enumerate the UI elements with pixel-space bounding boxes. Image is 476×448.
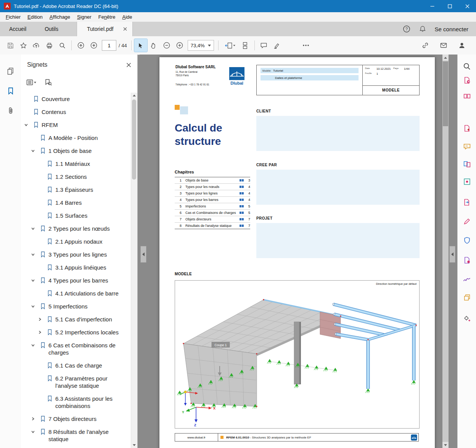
help-icon[interactable]: ? [403,25,410,33]
menu-aide[interactable]: Aide [119,12,136,22]
page-thumbnails-icon[interactable] [5,65,16,77]
notifications-bell-icon[interactable] [419,25,426,33]
expand-right-panel-handle[interactable] [449,246,455,263]
compare-files-icon[interactable] [461,158,473,170]
attachments-icon[interactable] [5,105,16,116]
combine-files-icon[interactable] [461,292,473,303]
document-scrollbar-thumb[interactable] [443,61,448,126]
minimize-icon[interactable] [423,0,441,12]
page-number-input[interactable] [102,40,116,51]
sign-in-button[interactable]: Se connecter [435,26,468,32]
menu-fichier[interactable]: Fichier [2,12,24,22]
menu-fenetre[interactable]: Fenêtre [95,12,119,22]
bookmark-item[interactable]: 1.1 Matériaux [21,157,131,170]
highlight-icon[interactable] [270,39,283,52]
chevron-down-icon[interactable] [31,342,40,349]
bookmark-item[interactable]: 1.3 Épaisseurs [21,183,131,196]
panel-close-icon[interactable] [126,63,131,67]
bookmark-item[interactable]: 1.4 Barres [21,196,131,209]
chevron-down-icon[interactable] [24,121,34,128]
bookmarks-scrollbar-thumb[interactable] [132,100,136,180]
star-favorites-icon[interactable] [17,39,30,52]
bookmark-item[interactable]: Contenus [21,106,131,119]
bookmark-item[interactable]: A Modèle - Position [21,132,131,145]
bookmark-item[interactable]: 6.1 Cas de charge [21,359,131,372]
bookmark-item[interactable]: 2 Types pour les nœuds [21,222,131,235]
create-pdf-icon[interactable] [461,122,473,134]
menu-affichage[interactable]: Affichage [46,12,74,22]
next-page-icon[interactable] [87,39,100,52]
scroll-down-icon[interactable] [131,442,137,448]
bookmark-item[interactable]: 5.2 Imperfections locales [21,326,131,339]
export-pdf-icon[interactable] [461,74,473,86]
chevron-right-icon[interactable] [38,316,47,323]
save-icon[interactable] [4,39,17,52]
bookmark-item[interactable]: 6.2 Paramètres pour l'analyse statique [21,372,131,392]
find-current-bookmark-icon[interactable] [44,79,52,86]
bookmark-item[interactable]: 3 Types pour les lignes [21,248,131,261]
document-scrollbar[interactable] [442,55,449,448]
bookmark-item[interactable]: Couverture [21,93,131,106]
compress-pdf-icon[interactable] [461,254,473,266]
chevron-down-icon[interactable] [31,251,40,258]
enhance-scans-icon[interactable] [461,176,473,187]
scroll-up-icon[interactable] [131,93,137,98]
fill-sign-icon[interactable] [461,215,473,227]
scroll-down-icon[interactable] [442,442,449,448]
tab-close-icon[interactable] [123,27,127,31]
bookmark-item[interactable]: 1.2 Sections [21,170,131,183]
chevron-down-icon[interactable] [31,147,40,154]
chevron-right-icon[interactable] [31,415,40,422]
chevron-down-icon[interactable] [31,225,40,232]
print-icon[interactable] [43,39,56,52]
protect-icon[interactable] [461,234,473,246]
organize-pages-icon[interactable] [461,90,473,102]
select-tool-icon[interactable] [134,39,147,52]
zoom-out-icon[interactable] [160,39,173,52]
bookmark-item[interactable]: 5.1 Cas d'imperfection [21,313,131,326]
bookmark-item[interactable]: 3.1 Appuis linéiques [21,261,131,274]
bookmark-item[interactable]: 1 Objets de base [21,145,131,157]
bookmark-options-icon[interactable] [26,79,37,86]
cloud-upload-icon[interactable] [30,39,43,52]
convert-pdf-icon[interactable] [461,196,473,208]
tab-tools[interactable]: Outils [35,22,68,36]
maximize-icon[interactable] [441,0,458,12]
bookmark-item[interactable]: 8 Résultats de l'analyse statique [21,426,131,446]
bookmarks-panel-icon[interactable] [5,85,16,96]
email-icon[interactable] [437,39,450,52]
bookmark-item[interactable]: 6.3 Assistants pour les combinaisons [21,392,131,413]
bookmark-item[interactable]: 4 Types pour les barres [21,274,131,287]
comment-tool-icon[interactable] [461,141,473,152]
chevron-down-icon[interactable] [31,428,40,435]
bookmark-item[interactable]: 6 Cas et Combinaisons de charges [21,339,131,359]
previous-page-icon[interactable] [74,39,87,52]
page-fit-icon[interactable] [221,39,239,52]
scrolling-mode-icon[interactable] [239,39,252,52]
close-icon[interactable] [458,0,476,12]
account-avatar-icon[interactable] [455,39,468,52]
chevron-down-icon[interactable] [31,303,40,310]
scroll-up-icon[interactable] [442,55,449,61]
zoom-in-icon[interactable] [173,39,186,52]
chevron-down-icon[interactable] [31,277,40,284]
bookmarks-scrollbar[interactable] [131,93,137,448]
bookmark-item[interactable]: 4.1 Articulations de barre [21,287,131,300]
more-tools-icon[interactable] [461,312,473,324]
tab-document[interactable]: Tutoriel.pdf [77,22,133,36]
bookmark-item[interactable]: 2.1 Appuis nodaux [21,235,131,248]
bookmark-item[interactable]: 1.5 Surfaces [21,209,131,222]
more-tools-overflow-icon[interactable] [299,39,312,52]
menu-edition[interactable]: Edition [24,12,46,22]
bookmark-item[interactable]: 5 Imperfections [21,300,131,313]
tab-home[interactable]: Accueil [0,22,35,36]
comment-icon[interactable] [257,39,270,52]
collapse-left-panel-handle[interactable] [140,246,146,263]
chevron-right-icon[interactable] [38,329,47,336]
search-tools-icon[interactable] [461,61,473,72]
zoom-level-select[interactable]: 73,4% [188,40,214,51]
menu-signer[interactable]: Signer [74,12,95,22]
bookmark-item[interactable]: 7 Objets directeurs [21,413,131,426]
hand-tool-icon[interactable] [147,39,160,52]
share-link-icon[interactable] [419,39,432,52]
